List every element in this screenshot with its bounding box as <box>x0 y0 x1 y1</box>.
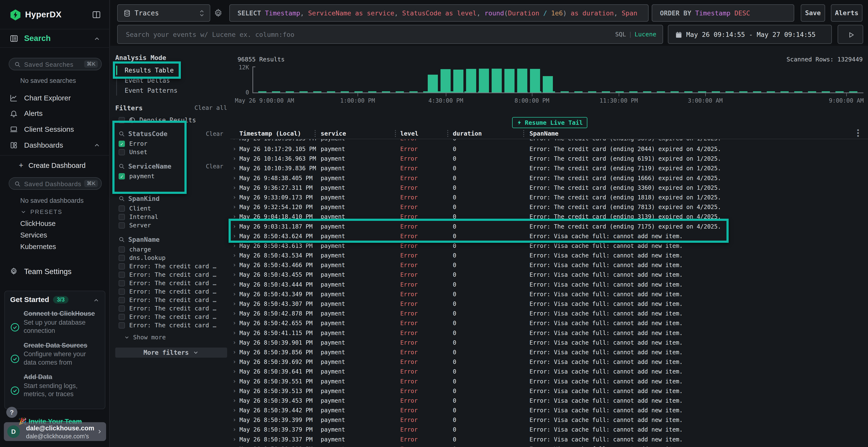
save-button[interactable]: Save <box>801 4 825 22</box>
row-expand-chevron-icon[interactable]: › <box>233 368 236 375</box>
row-expand-chevron-icon[interactable]: › <box>233 223 236 230</box>
table-row[interactable]: ›May 26 8:50:39.399 PMpaymentError0Error… <box>230 415 868 424</box>
filter-checkbox[interactable] <box>119 214 125 220</box>
filter-checkbox[interactable] <box>119 297 125 303</box>
row-expand-chevron-icon[interactable]: › <box>233 310 236 317</box>
filter-checkbox[interactable] <box>119 149 125 156</box>
filter-checkbox[interactable]: ✓ <box>119 173 125 179</box>
filter-clear-button[interactable]: Clear <box>206 163 227 170</box>
row-expand-chevron-icon[interactable]: › <box>233 407 236 414</box>
sidebar-item-chart-explorer[interactable]: Chart Explorer <box>0 91 110 105</box>
filter-option[interactable]: ✓payment <box>119 172 227 180</box>
table-row[interactable]: ›May 26 8:50:43.613 PMpaymentError0Error… <box>230 241 868 250</box>
saved-searches-input[interactable]: Saved Searches ⌘K <box>9 58 102 70</box>
table-row[interactable]: ›May 26 9:04:18.410 PMpaymentError0Error… <box>230 212 868 221</box>
histogram-bar[interactable] <box>479 69 489 93</box>
more-filters-button[interactable]: More filters <box>115 347 227 358</box>
toggle-lucene[interactable]: Lucene <box>634 31 656 38</box>
row-expand-chevron-icon[interactable]: › <box>233 387 236 394</box>
order-by-editor[interactable]: ORDER BY Timestamp DESC <box>652 4 794 22</box>
filter-option[interactable]: Client <box>119 204 227 213</box>
filter-checkbox[interactable] <box>119 246 125 253</box>
table-row[interactable]: ›May 26 9:32:54.120 PMpaymentError0Error… <box>230 202 868 212</box>
sql-select-editor[interactable]: SELECT Timestamp, ServiceName as service… <box>229 4 649 22</box>
alerts-button[interactable]: Alerts <box>831 4 863 22</box>
table-row[interactable]: ›May 26 9:33:09.173 PMpaymentError0Error… <box>230 193 868 202</box>
resume-live-tail-button[interactable]: Resume Live Tail <box>512 117 587 128</box>
filter-checkbox[interactable] <box>119 263 125 270</box>
table-row[interactable]: ›May 26 8:50:39.692 PMpaymentError0Error… <box>230 357 868 367</box>
row-expand-chevron-icon[interactable]: › <box>233 155 236 162</box>
row-expand-chevron-icon[interactable]: › <box>233 291 236 298</box>
table-row[interactable]: ›May 26 10:18:58.155 PMpaymentError0Erro… <box>230 139 868 144</box>
row-expand-chevron-icon[interactable]: › <box>233 378 236 385</box>
search-icon[interactable] <box>119 131 125 137</box>
get-started-item[interactable]: Add DataStart sending logs, metrics, or … <box>5 370 105 402</box>
row-expand-chevron-icon[interactable]: › <box>233 184 236 191</box>
row-expand-chevron-icon[interactable]: › <box>233 436 236 443</box>
filter-option[interactable]: Error: The credit card … <box>119 296 227 304</box>
get-started-item[interactable]: Create Data SourcesConfigure where your … <box>5 339 105 371</box>
row-expand-chevron-icon[interactable]: › <box>233 330 236 336</box>
filter-option[interactable]: Error: The credit card … <box>119 321 227 330</box>
filter-option[interactable]: Internal <box>119 213 227 221</box>
row-expand-chevron-icon[interactable]: › <box>233 175 236 181</box>
table-row[interactable]: ›May 26 8:50:41.115 PMpaymentError0Error… <box>230 328 868 338</box>
search-icon[interactable] <box>119 163 125 170</box>
table-row[interactable]: ›May 26 8:50:39.298 PMpaymentError0Error… <box>230 444 868 447</box>
table-row[interactable]: ›May 26 8:50:39.641 PMpaymentError0Error… <box>230 367 868 376</box>
denoise-checkbox[interactable] <box>119 117 125 123</box>
row-expand-chevron-icon[interactable]: › <box>233 300 236 307</box>
sidebar-item-search[interactable]: Search <box>0 31 110 47</box>
table-row[interactable]: ›May 26 8:50:39.379 PMpaymentError0Error… <box>230 424 868 434</box>
table-row[interactable]: ›May 26 8:50:39.856 PMpaymentError0Error… <box>230 347 868 357</box>
table-row[interactable]: ›May 26 8:50:42.655 PMpaymentError0Error… <box>230 318 868 328</box>
create-dashboard-button[interactable]: + Create Dashboard <box>0 160 110 171</box>
preset-clickhouse[interactable]: ClickHouse <box>20 220 56 228</box>
filter-checkbox[interactable]: ✓ <box>119 141 125 147</box>
sidebar-item-alerts[interactable]: Alerts <box>0 106 110 120</box>
row-expand-chevron-icon[interactable]: › <box>233 426 236 433</box>
clear-all-button[interactable]: Clear all <box>194 104 227 112</box>
histogram-bar[interactable] <box>466 69 476 93</box>
filter-option[interactable]: Error: The credit card … <box>119 304 227 313</box>
filter-checkbox[interactable] <box>119 288 125 295</box>
col-service[interactable]: service <box>321 130 346 137</box>
sidebar-item-client-sessions[interactable]: Client Sessions <box>0 122 110 136</box>
row-expand-chevron-icon[interactable]: › <box>233 281 236 288</box>
filter-option[interactable]: Error: The credit card … <box>119 313 227 321</box>
filter-option[interactable]: dns.lookup <box>119 253 227 262</box>
help-button[interactable]: ? <box>6 407 18 418</box>
table-row[interactable]: ›May 26 8:50:43.349 PMpaymentError0Error… <box>230 289 868 299</box>
table-row[interactable]: ›May 26 8:50:39.513 PMpaymentError0Error… <box>230 386 868 396</box>
row-expand-chevron-icon[interactable]: › <box>233 358 236 365</box>
col-timestamp[interactable]: Timestamp (Local) <box>240 130 301 137</box>
col-duration[interactable]: duration <box>453 130 482 137</box>
table-row[interactable]: ›May 26 10:14:36.963 PMpaymentError0Erro… <box>230 153 868 163</box>
column-resize-handle[interactable] <box>315 130 316 137</box>
histogram-bar[interactable] <box>543 76 553 93</box>
histogram-bar[interactable] <box>517 69 527 93</box>
filter-option[interactable]: Error: The credit card … <box>119 287 227 296</box>
mode-event-patterns[interactable]: Event Patterns <box>117 85 229 96</box>
preset-kubernetes[interactable]: Kubernetes <box>20 243 56 251</box>
row-expand-chevron-icon[interactable]: › <box>233 252 236 259</box>
filter-checkbox[interactable] <box>119 305 125 312</box>
chevron-up-icon[interactable] <box>93 297 100 304</box>
sidebar-item-team-settings[interactable]: Team Settings <box>0 265 110 278</box>
filter-checkbox[interactable] <box>119 222 125 229</box>
histogram-bar[interactable] <box>453 70 463 93</box>
filter-option[interactable]: Unset <box>119 148 227 156</box>
row-expand-chevron-icon[interactable]: › <box>233 204 236 210</box>
row-expand-chevron-icon[interactable]: › <box>233 242 236 249</box>
row-expand-chevron-icon[interactable]: › <box>233 165 236 171</box>
row-expand-chevron-icon[interactable]: › <box>233 145 236 152</box>
histogram-baseline-buckets[interactable] <box>258 91 861 93</box>
presets-header[interactable]: PRESETS <box>20 209 62 215</box>
column-resize-handle[interactable] <box>395 130 396 137</box>
denoise-results-row[interactable]: Denoise Results <box>119 116 229 124</box>
filter-option[interactable]: Error: The credit card … <box>119 271 227 279</box>
row-expand-chevron-icon[interactable]: › <box>233 349 236 355</box>
row-expand-chevron-icon[interactable]: › <box>233 139 236 142</box>
histogram-bar[interactable] <box>428 75 438 93</box>
